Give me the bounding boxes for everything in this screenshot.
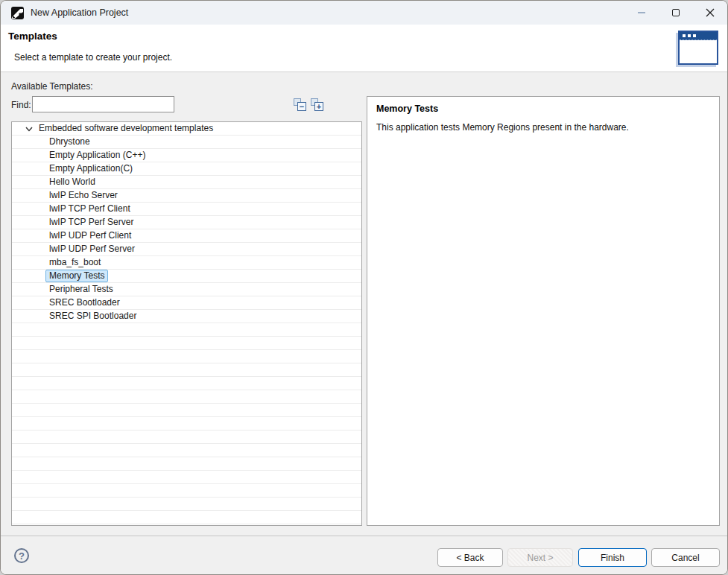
button-bar: ? < Back Next > Finish Cancel bbox=[1, 536, 727, 575]
tree-item[interactable]: lwIP UDP Perf Server bbox=[12, 243, 361, 256]
template-details-title: Memory Tests bbox=[376, 104, 710, 114]
tree-item-label: Memory Tests bbox=[45, 270, 108, 282]
tree-empty-row bbox=[12, 457, 361, 471]
help-icon: ? bbox=[19, 550, 25, 562]
find-input[interactable] bbox=[32, 96, 174, 112]
tree-item-label: mba_fs_boot bbox=[49, 256, 101, 269]
minimize-icon bbox=[638, 12, 645, 13]
help-button[interactable]: ? bbox=[14, 548, 29, 563]
collapse-all-button[interactable]: − bbox=[294, 98, 306, 111]
minimize-button[interactable] bbox=[624, 1, 659, 25]
tree-item-label: SREC Bootloader bbox=[49, 296, 120, 309]
tree-empty-row bbox=[12, 444, 361, 457]
tree-item-label: lwIP TCP Perf Client bbox=[49, 203, 130, 215]
tree-item[interactable]: lwIP TCP Perf Server bbox=[12, 216, 361, 229]
wizard-icon-dot bbox=[683, 34, 686, 37]
wizard-header: Templates Select a template to create yo… bbox=[1, 25, 727, 72]
tree-item[interactable]: lwIP UDP Perf Client bbox=[12, 229, 361, 243]
tree-item[interactable]: Empty Application (C++) bbox=[12, 149, 361, 162]
tree-item-label: Peripheral Tests bbox=[49, 283, 113, 296]
titlebar[interactable]: New Application Project bbox=[1, 1, 727, 25]
tree-empty-row bbox=[12, 390, 361, 404]
tree-item[interactable]: lwIP Echo Server bbox=[12, 189, 361, 203]
templates-tree[interactable]: Embedded software development templatesD… bbox=[11, 121, 362, 526]
tree-item-label: lwIP Echo Server bbox=[49, 189, 118, 202]
tree-item[interactable]: Embedded software development templates bbox=[12, 122, 361, 136]
tree-item[interactable]: Dhrystone bbox=[12, 136, 361, 149]
tree-item[interactable]: Peripheral Tests bbox=[12, 283, 361, 296]
tree-item[interactable]: Empty Application(C) bbox=[12, 162, 361, 176]
back-button[interactable]: < Back bbox=[437, 548, 503, 567]
tree-item[interactable]: mba_fs_boot bbox=[12, 256, 361, 270]
tree-item[interactable]: lwIP TCP Perf Client bbox=[12, 203, 361, 216]
finish-button[interactable]: Finish bbox=[578, 548, 647, 567]
window-title: New Application Project bbox=[31, 7, 128, 18]
tree-empty-row bbox=[12, 350, 361, 363]
tree-empty-row bbox=[12, 404, 361, 417]
tree-empty-row bbox=[12, 363, 361, 377]
window-controls bbox=[624, 1, 727, 25]
tree-empty-row bbox=[12, 484, 361, 498]
tree-empty-row bbox=[12, 511, 361, 524]
next-button: Next > bbox=[507, 548, 573, 567]
tree-item[interactable]: SREC SPI Bootloader bbox=[12, 310, 361, 323]
tree-item[interactable]: SREC Bootloader bbox=[12, 296, 361, 310]
tree-empty-row bbox=[12, 323, 361, 337]
wizard-icon-titleband bbox=[680, 32, 717, 40]
tree-item-label: lwIP TCP Perf Server bbox=[49, 216, 133, 229]
maximize-button[interactable] bbox=[659, 1, 693, 25]
tree-item-label: lwIP UDP Perf Client bbox=[49, 229, 131, 242]
tree-item-label: Embedded software development templates bbox=[39, 122, 213, 135]
tree-item-label: SREC SPI Bootloader bbox=[49, 310, 136, 323]
tree-item-label: lwIP UDP Perf Server bbox=[49, 243, 135, 255]
find-label: Find: bbox=[11, 100, 31, 110]
chevron-down-icon[interactable] bbox=[25, 124, 34, 133]
template-details-panel: Memory Tests This application tests Memo… bbox=[367, 96, 720, 526]
tree-empty-row bbox=[12, 431, 361, 444]
close-icon bbox=[706, 8, 715, 17]
tree-empty-row bbox=[12, 377, 361, 390]
vitis-app-icon bbox=[11, 7, 24, 19]
expand-all-button[interactable]: + bbox=[311, 98, 323, 111]
tree-item-label: Empty Application(C) bbox=[49, 162, 133, 175]
tree-empty-row bbox=[12, 337, 361, 350]
wizard-banner-icon bbox=[678, 31, 718, 65]
tree-item-label: Empty Application (C++) bbox=[49, 149, 145, 162]
tree-item-selected[interactable]: Memory Tests bbox=[12, 270, 361, 283]
new-application-project-dialog: New Application Project Templates Select… bbox=[0, 0, 728, 575]
tree-item-label: Hello World bbox=[49, 176, 95, 188]
available-templates-label: Available Templates: bbox=[11, 81, 93, 92]
template-details-description: This application tests Memory Regions pr… bbox=[376, 122, 710, 133]
tree-item[interactable]: Hello World bbox=[12, 176, 361, 189]
tree-empty-row bbox=[12, 471, 361, 484]
wizard-icon-dot bbox=[693, 34, 696, 37]
tree-empty-row bbox=[12, 417, 361, 431]
page-title: Templates bbox=[8, 31, 57, 42]
tree-item-label: Dhrystone bbox=[49, 136, 90, 148]
tree-empty-row bbox=[12, 498, 361, 511]
close-button[interactable] bbox=[693, 1, 727, 25]
maximize-icon bbox=[672, 9, 680, 16]
wizard-icon-dot bbox=[688, 34, 691, 37]
cancel-button[interactable]: Cancel bbox=[651, 548, 720, 567]
page-subtitle: Select a template to create your project… bbox=[14, 52, 172, 63]
